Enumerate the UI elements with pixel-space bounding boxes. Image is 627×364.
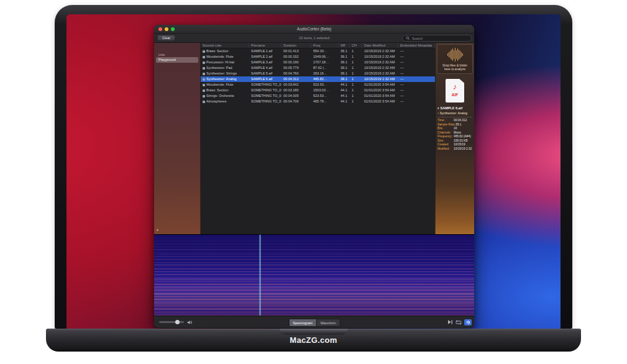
drop-area[interactable]: Drop files & folder here to analyze [437, 44, 473, 74]
cell-duration: 00:04.312 [281, 76, 311, 82]
cell-duration: 00:04.760 [281, 71, 311, 76]
cell-freq: 465.82… [311, 76, 339, 82]
table-row[interactable]: Brass: Section SOMETHING TO_002-4… 00:03… [201, 88, 435, 93]
loop-icon[interactable] [455, 320, 462, 325]
sidebar-section-label: Lists [158, 53, 200, 57]
analyze-waveform-icon [437, 47, 472, 62]
detail-value: 10/15/19 2:32 AM [454, 147, 472, 152]
window-titlebar[interactable]: AudioCortex (Beta) [154, 25, 474, 34]
cell-filename: SAMPLE 1.aif [249, 48, 281, 54]
table-row[interactable]: Synthesizer: Strings SAMPLE 5.aif 00:04.… [201, 71, 435, 76]
cell-sounds-like-text: Brass: Section [206, 48, 228, 54]
table-body: Brass: Section SAMPLE 1.aif 00:01.413 55… [201, 48, 435, 104]
table-row[interactable]: Strings: Orchestra SOMETHING TO_003-4… 0… [201, 93, 435, 99]
cell-duration: 00:03.180 [281, 88, 311, 93]
cell-sounds-like-text: Woodwinds: Flute [206, 82, 234, 88]
sidebar-item-playground[interactable]: Playground [156, 57, 198, 63]
column-header-sounds-like[interactable]: Sounds Like [201, 43, 249, 48]
cell-filename: SOMETHING TO_003-4… [249, 93, 281, 99]
table-row[interactable]: Percussion: Hi-hat SAMPLE 3.aif 00:00.19… [201, 60, 435, 65]
view-toggle-button[interactable]: Spectrogram [288, 319, 316, 326]
cell-date-modified: 01/01/2020 3:54 AM [362, 93, 398, 99]
column-header-duration[interactable]: Duration [281, 43, 311, 48]
cell-duration: 00:01.413 [281, 48, 311, 54]
cell-metadata: — [398, 60, 435, 65]
view-toggle: Spectrogram Waveform [288, 319, 340, 327]
volume-controls [159, 316, 193, 328]
cell-sr: 39.1 [339, 65, 350, 71]
cell-ch: 1 [350, 99, 362, 104]
table-row[interactable]: Woodwinds: Flute SAMPLE 2.aif 00:00.192 … [201, 54, 435, 60]
mini-waveform-icon [467, 321, 467, 323]
table-row[interactable]: Woodwinds: Flute SOMETHING TO_001-4… 00:… [201, 82, 435, 88]
add-list-button[interactable]: + [156, 228, 159, 233]
view-toggle-button[interactable]: Waveform [316, 319, 340, 326]
cell-freq: 263.16… [311, 71, 339, 76]
search-placeholder: Search [412, 37, 423, 40]
laptop-lid: AudioCortex (Beta) Clear 10 items, 1 sel… [55, 5, 572, 329]
column-header-freq[interactable]: Freq [311, 43, 339, 48]
laptop-screen: AudioCortex (Beta) Clear 10 items, 1 sel… [66, 14, 561, 329]
table-row[interactable]: Synthesizer: Pad SAMPLE 4.aif 00:05.779 … [201, 65, 435, 71]
cell-metadata: — [398, 65, 435, 71]
cell-sounds-like-text: Woodwinds: Flute [206, 54, 234, 60]
cell-metadata: — [398, 99, 435, 104]
laptop-base: MacZG.com [46, 329, 581, 352]
table-row[interactable]: Brass: Section SAMPLE 1.aif 00:01.413 55… [201, 48, 435, 54]
skip-to-end-icon[interactable] [448, 320, 453, 324]
cell-freq: 523.53… [311, 82, 339, 88]
cell-date-modified: 10/15/2019 2:32 AM [362, 71, 398, 76]
table-row[interactable]: Synthesizer: Analog SAMPLE 6.aif 00:04.3… [201, 76, 435, 82]
column-header-filename[interactable]: Filename [249, 43, 281, 48]
cell-filename: SAMPLE 3.aif [249, 60, 281, 65]
cell-date-modified: 01/01/2020 3:54 AM [362, 82, 398, 88]
file-type-label: AIF [446, 93, 464, 97]
tag-icon [203, 84, 205, 86]
cell-sr: 39.1 [339, 60, 350, 65]
cell-sounds-like-text: Synthesizer: Strings [206, 71, 237, 76]
detail-line: Modified: 10/15/19 2:32 AM [437, 147, 472, 152]
cell-metadata: — [398, 93, 435, 99]
cell-filename: SAMPLE 5.aif [249, 71, 281, 76]
playhead-cursor[interactable] [260, 235, 260, 316]
cell-sounds-like: Strings: Orchestra [201, 93, 249, 99]
playback-tools [448, 316, 472, 328]
cell-ch: 1 [350, 88, 362, 93]
cell-freq: 1503.03… [311, 88, 339, 93]
cell-metadata: — [398, 71, 435, 76]
cell-sounds-like: Woodwinds: Flute [201, 54, 249, 60]
cell-freq: 523.53… [311, 93, 339, 99]
volume-slider-knob[interactable] [175, 320, 180, 324]
cell-sounds-like-text: Synthesizer: Pad [206, 65, 232, 71]
cell-duration: 00:05.779 [281, 65, 311, 71]
snapshot-button[interactable] [464, 319, 472, 325]
speaker-icon[interactable] [187, 320, 193, 325]
search-icon [406, 36, 410, 40]
spectrogram-view[interactable] [154, 234, 474, 316]
table-header: Sounds Like Filename Duration Freq SR CH… [201, 43, 435, 48]
cell-sounds-like-text: Percussion: Hi-hat [206, 60, 234, 65]
tag-icon [203, 61, 205, 64]
cell-duration: 00:04.005 [281, 93, 311, 99]
column-header-sr[interactable]: SR [339, 43, 350, 48]
cell-freq: 1707.18… [311, 60, 339, 65]
volume-slider[interactable] [159, 321, 184, 323]
column-header-date-modified[interactable]: Date Modified [362, 43, 398, 48]
window-content: Lists Playground + Sounds Like [154, 43, 474, 234]
aif-file-icon: ♪ AIF [446, 79, 464, 102]
cell-sr: 39.1 [339, 54, 350, 60]
cell-metadata: — [398, 76, 435, 82]
column-header-ch[interactable]: CH [350, 43, 362, 48]
tag-icon [203, 78, 205, 81]
cell-sounds-like: Brass: Section [201, 88, 249, 93]
cell-ch: 1 [350, 82, 362, 88]
cell-date-modified: 01/01/2020 3:54 AM [362, 88, 398, 93]
cell-sr: 39.1 [339, 76, 350, 82]
disclosure-icon[interactable]: ▾ [437, 106, 439, 110]
cell-sounds-like: Synthesizer: Pad [201, 65, 249, 71]
selected-file-row[interactable]: ▾SAMPLE 6.aif [437, 106, 472, 110]
search-field[interactable]: Search [402, 35, 472, 42]
column-header-embedded-metadata[interactable]: Embedded Metadata [398, 43, 435, 48]
table-row[interactable]: Atmospheres SOMETHING TO_004-4… 00:04.70… [201, 99, 435, 104]
watermark-text: MacZG.com [46, 335, 581, 345]
